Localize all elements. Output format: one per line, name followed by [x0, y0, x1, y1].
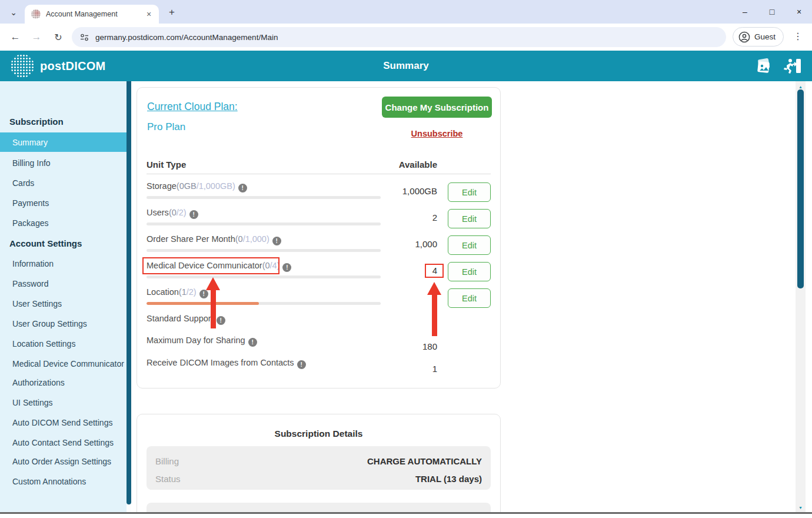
browser-toolbar: ← → ↻ germany.postdicom.com/AccountManag…	[0, 24, 812, 51]
site-settings-icon[interactable]	[79, 32, 89, 42]
image-stack-icon[interactable]	[754, 57, 773, 75]
unit-name: Medical Device Communicator	[147, 261, 262, 270]
profile-button[interactable]: Guest	[733, 27, 784, 47]
unit-label-cell: Order Share Per Month(0/1,000)!	[147, 233, 381, 255]
profile-label: Guest	[754, 32, 776, 41]
window-maximize-button[interactable]: □	[767, 7, 777, 16]
unit-label: Standard Support!	[147, 313, 381, 325]
tab-search-button[interactable]: ⌄	[6, 5, 21, 20]
unit-row-location: Location(1/2)! Edit	[147, 286, 491, 308]
available-value: 1,000	[381, 233, 437, 255]
sidebar-item-auto-contact-send-settings[interactable]: Auto Contact Send Settings	[0, 437, 127, 447]
unit-table-header: Unit Type Available	[147, 160, 491, 170]
guest-avatar-icon	[738, 31, 750, 43]
postdicom-favicon-icon	[31, 9, 41, 19]
page-scrollbar[interactable]: ▲ ▼	[796, 81, 806, 513]
unit-label: Order Share Per Month(0/1,000)!	[147, 233, 381, 245]
info-icon[interactable]: !	[248, 338, 257, 347]
unit-name: Maximum Day for Sharing	[147, 336, 245, 345]
info-icon[interactable]: !	[297, 360, 306, 369]
page-scrollbar-thumb[interactable]	[797, 89, 804, 288]
address-bar[interactable]: germany.postdicom.com/AccountManagement/…	[72, 27, 726, 47]
info-icon[interactable]: !	[217, 316, 225, 325]
info-icon[interactable]: !	[282, 263, 291, 272]
new-tab-button[interactable]: +	[165, 5, 179, 19]
unit-used: (0GB	[177, 181, 197, 191]
sidebar-item-user-settings[interactable]: User Settings	[0, 298, 127, 310]
sidebar-scrollbar-thumb[interactable]	[127, 81, 131, 504]
unit-label-cell: Storage(0GB/1,000GB)!	[147, 180, 381, 202]
available-value	[381, 286, 437, 308]
forward-button[interactable]: →	[29, 30, 44, 44]
url-text[interactable]: germany.postdicom.com/AccountManagement/…	[95, 33, 278, 42]
unit-used: (0	[169, 208, 177, 217]
usage-bar	[147, 302, 381, 305]
unit-label: Location(1/2)!	[147, 286, 381, 298]
sidebar-item-password[interactable]: Password	[0, 278, 127, 290]
unit-used: (0	[235, 234, 243, 244]
browser-menu-icon[interactable]: ⋮	[793, 31, 803, 42]
unit-name: Users	[147, 208, 169, 217]
info-icon[interactable]: !	[189, 210, 198, 219]
sidebar-item-ui-settings[interactable]: UI Settings	[0, 397, 127, 409]
usage-bar	[147, 275, 381, 278]
unit-row-users: Users(0/2)! 2 Edit	[147, 207, 491, 228]
tab-title: Account Management	[46, 10, 140, 18]
sidebar-item-location-settings[interactable]: Location Settings	[0, 338, 127, 350]
scroll-down-icon[interactable]: ▼	[796, 503, 806, 512]
unit-row-receive-dicom-images: Receive DICOM Images from Contacts! 1	[147, 357, 491, 374]
sidebar-item-information[interactable]: Information	[0, 258, 127, 270]
window-close-button[interactable]: ×	[794, 7, 804, 16]
refresh-button[interactable]: ↻	[51, 30, 65, 44]
subscription-details-title: Subscription Details	[137, 429, 500, 439]
sidebar-item-cards[interactable]: Cards	[0, 177, 127, 189]
plan-name: Pro Plan	[147, 121, 185, 133]
info-icon[interactable]: !	[238, 184, 247, 192]
unit-max: /1,000)	[243, 234, 269, 244]
unit-name: Order Share Per Month	[147, 234, 235, 244]
info-icon[interactable]: !	[199, 290, 208, 298]
sidebar-item-authorizations[interactable]: Authorizations	[0, 377, 127, 388]
detail-label: Billing	[155, 456, 179, 466]
subscription-details-panel-next	[147, 503, 491, 513]
sidebar-item-packages[interactable]: Packages	[0, 217, 127, 229]
sidebar-item-auto-dicom-send-settings[interactable]: Auto DICOM Send Settings	[0, 417, 127, 429]
edit-button[interactable]: Edit	[448, 235, 491, 255]
detail-row-status: Status TRIAL (13 days)	[155, 474, 482, 484]
available-value: 4	[381, 260, 437, 281]
table-divider	[147, 174, 491, 174]
sidebar-item-payments[interactable]: Payments	[0, 197, 127, 209]
edit-button[interactable]: Edit	[448, 209, 491, 228]
unit-used: (0	[262, 261, 270, 270]
edit-button[interactable]: Edit	[448, 288, 491, 308]
sidebar-item-billing-info[interactable]: Billing Info	[0, 157, 127, 169]
usage-bar	[147, 223, 381, 225]
sidebar-item-medical-device-communicator[interactable]: Medical Device Communicator	[0, 358, 127, 368]
current-plan-heading: Current Cloud Plan:	[147, 101, 238, 113]
window-bottom-edge	[0, 512, 812, 514]
unit-label-cell: Maximum Day for Sharing!	[147, 334, 381, 351]
info-icon[interactable]: !	[272, 237, 281, 245]
unsubscribe-link[interactable]: Unsubscribe	[382, 129, 492, 138]
browser-tab[interactable]: Account Management ×	[25, 5, 159, 24]
back-button[interactable]: ←	[8, 30, 22, 44]
edit-button[interactable]: Edit	[448, 182, 491, 202]
sidebar-item-summary[interactable]: Summary	[0, 132, 127, 152]
unit-label-cell: Location(1/2)!	[147, 286, 381, 308]
unit-max: /4)	[270, 261, 280, 270]
unit-row-order-share: Order Share Per Month(0/1,000)! 1,000 Ed…	[147, 233, 491, 255]
brand[interactable]: postDICOM	[11, 54, 106, 78]
logout-icon[interactable]	[783, 57, 803, 75]
sidebar-item-custom-annotations[interactable]: Custom Annotations	[0, 476, 127, 487]
unit-label: Receive DICOM Images from Contacts!	[147, 357, 381, 369]
sidebar-item-auto-order-assign-settings[interactable]: Auto Order Assign Settings	[0, 456, 127, 467]
change-subscription-button[interactable]: Change My Subscription	[382, 97, 492, 118]
sidebar-item-user-group-settings[interactable]: User Group Settings	[0, 318, 127, 330]
unit-row-storage: Storage(0GB/1,000GB)! 1,000GB Edit	[147, 180, 491, 202]
sidebar-section-subscription: Subscription	[9, 116, 127, 128]
tab-close-icon[interactable]: ×	[144, 9, 154, 19]
edit-button[interactable]: Edit	[448, 262, 491, 281]
window-minimize-button[interactable]: –	[740, 7, 750, 16]
unit-label-cell: Standard Support!	[147, 313, 381, 325]
detail-label: Status	[155, 474, 181, 484]
